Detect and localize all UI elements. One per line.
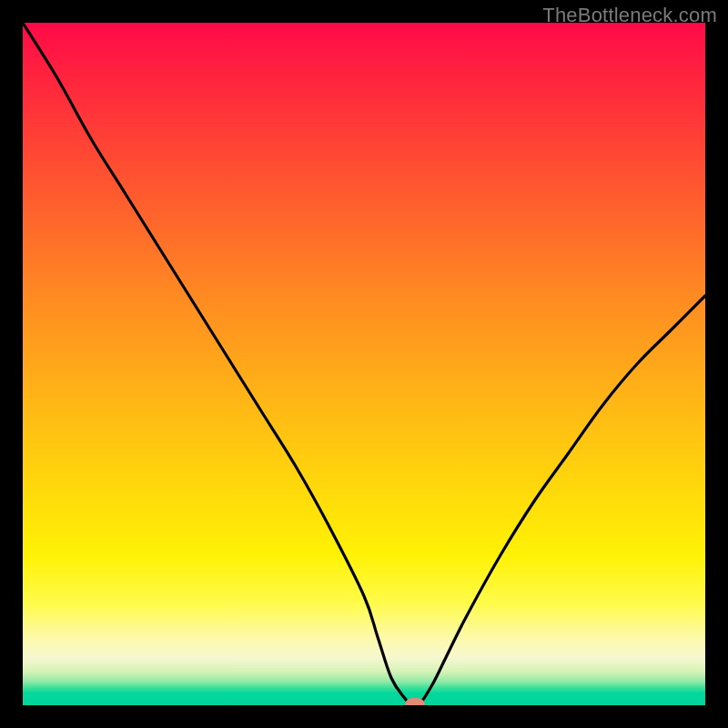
optimal-point-marker bbox=[405, 698, 425, 705]
chart-frame: TheBottleneck.com bbox=[0, 0, 728, 728]
plot-area bbox=[23, 23, 705, 705]
watermark-text: TheBottleneck.com bbox=[542, 4, 717, 27]
bottleneck-curve bbox=[23, 23, 705, 705]
